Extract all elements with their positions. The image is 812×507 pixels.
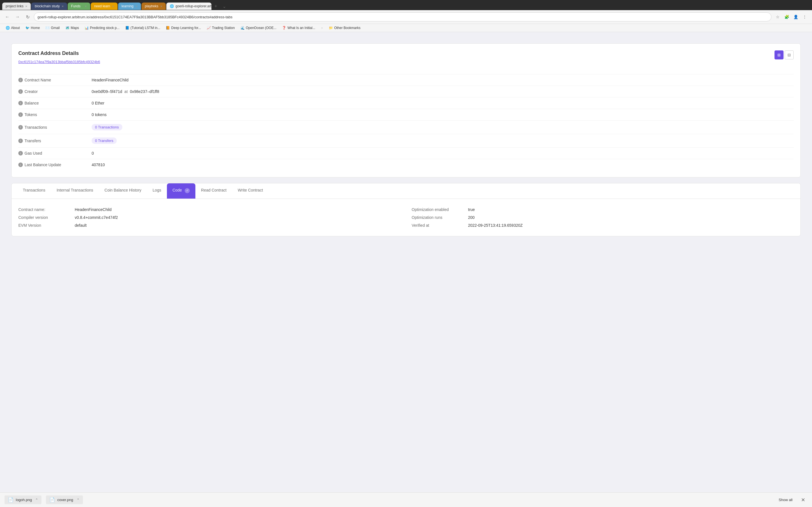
bookmark-predicting[interactable]: 📊 Predicting stock p... bbox=[82, 25, 122, 31]
contract-name-label: i Contract Name bbox=[18, 78, 92, 82]
transactions-badge[interactable]: 0 Transactions bbox=[92, 124, 122, 130]
bookmark-label: About bbox=[11, 26, 20, 30]
bookmark-tutorial-lstm[interactable]: 📘 (Tutorial) LSTM in... bbox=[123, 25, 163, 31]
info-icon: i bbox=[18, 112, 23, 117]
creator-label: i Creator bbox=[18, 89, 92, 94]
balance-label: i Balance bbox=[18, 101, 92, 105]
tab-close-icon[interactable]: ✕ bbox=[61, 5, 64, 8]
profile-button[interactable]: 👤 bbox=[792, 13, 800, 21]
tab-learning[interactable]: learning ✕ bbox=[118, 3, 141, 10]
tab-close-icon[interactable]: ✕ bbox=[85, 5, 87, 8]
tab-read-contract[interactable]: Read Contract bbox=[195, 183, 232, 199]
tab-code-checkmark: ✓ bbox=[185, 188, 190, 193]
download-chevron-icon[interactable]: ⌃ bbox=[35, 498, 38, 502]
tab-playtreks[interactable]: playtreks ✕ bbox=[142, 3, 166, 10]
download-bar-right: Show all ✕ bbox=[776, 496, 808, 504]
tab-label: Funds bbox=[71, 4, 80, 8]
tab-coin-balance-history[interactable]: Coin Balance History bbox=[99, 183, 147, 199]
bookmark-other[interactable]: 📁 Other Bookmarks bbox=[326, 25, 363, 31]
transfers-badge[interactable]: 0 Transfers bbox=[92, 137, 117, 144]
list-view-button[interactable]: ⊟ bbox=[784, 50, 794, 59]
tab-menu-button[interactable]: ⌄ bbox=[220, 2, 229, 10]
tab-close-icon[interactable]: ✕ bbox=[160, 5, 162, 8]
tab-write-contract[interactable]: Write Contract bbox=[232, 183, 268, 199]
transactions-row: i Transactions 0 Transactions bbox=[18, 120, 794, 134]
at-separator: at bbox=[124, 89, 128, 94]
creator-address-link[interactable]: 0xe0df09–5f471d bbox=[92, 89, 122, 94]
extensions-button[interactable]: 🧩 bbox=[783, 13, 791, 21]
transactions-label: i Transactions bbox=[18, 125, 92, 129]
forward-button[interactable]: → bbox=[13, 13, 21, 21]
back-button[interactable]: ← bbox=[3, 13, 11, 21]
verified-at-value: 2022-09-25T13:41:19.659320Z bbox=[468, 223, 523, 228]
new-tab-button[interactable]: + bbox=[212, 2, 220, 10]
bookmark-openocean[interactable]: 🌊 OpenOcean (OOE... bbox=[238, 25, 279, 31]
bookmark-deep-learning[interactable]: 📙 Deep Learning for... bbox=[163, 25, 203, 31]
bookmark-icon: 🗺️ bbox=[65, 26, 70, 30]
bookmark-separator: » bbox=[319, 26, 325, 30]
bookmark-gmail[interactable]: ✉️ Gmail bbox=[43, 25, 62, 31]
bookmark-label: Maps bbox=[71, 26, 79, 30]
tokens-label: i Tokens bbox=[18, 112, 92, 117]
tab-label: playtreks bbox=[145, 4, 158, 8]
bookmark-icon: 📊 bbox=[85, 26, 89, 30]
info-icon: i bbox=[18, 163, 23, 167]
browser-chrome: project links ✕ blockchain study ✕ Funds… bbox=[0, 0, 812, 32]
tab-logs[interactable]: Logs bbox=[147, 183, 167, 199]
bookmark-home[interactable]: 🐦 Home bbox=[23, 25, 42, 31]
show-all-button[interactable]: Show all bbox=[776, 496, 795, 504]
gas-used-value: 0 bbox=[92, 151, 94, 156]
bookmark-icon: 📈 bbox=[207, 26, 211, 30]
contract-name-row: i Contract Name HeadenFinanceChild bbox=[18, 74, 794, 86]
gas-used-label: i Gas Used bbox=[18, 151, 92, 156]
download-logoh[interactable]: 📄 logoh.png ⌃ bbox=[4, 496, 42, 504]
creator-tx-link[interactable]: 0x98e237–df1ff8 bbox=[130, 89, 159, 94]
grid-view-button[interactable]: ⊞ bbox=[774, 50, 783, 59]
bookmark-icon: 📘 bbox=[125, 26, 130, 30]
url-bar[interactable] bbox=[34, 12, 771, 21]
tab-internal-transactions[interactable]: Internal Transactions bbox=[51, 183, 99, 199]
gas-used-row: i Gas Used 0 bbox=[18, 147, 794, 159]
optimization-runs-value: 200 bbox=[468, 215, 474, 220]
bookmark-icon: 🐦 bbox=[26, 26, 30, 30]
tab-need-learn[interactable]: need learn ✕ bbox=[91, 3, 117, 10]
download-file-icon: 📄 bbox=[8, 497, 13, 503]
bookmark-label: Predicting stock p... bbox=[90, 26, 119, 30]
code-grid: Contract name: HeadenFinanceChild Compil… bbox=[18, 206, 794, 229]
tab-close-icon[interactable]: ✕ bbox=[135, 5, 138, 8]
tab-bar: project links ✕ blockchain study ✕ Funds… bbox=[0, 0, 812, 10]
bookmark-star-button[interactable]: ☆ bbox=[774, 13, 781, 21]
last-balance-update-label: i Last Balance Update bbox=[18, 163, 92, 167]
contract-address-link[interactable]: 0xc6151c174ea7f9a3013bbaf5bb3185bfc49324… bbox=[18, 60, 100, 64]
transfers-value: 0 Transfers bbox=[92, 137, 117, 144]
tab-transactions[interactable]: Transactions bbox=[17, 183, 51, 199]
reload-button[interactable]: ↻ bbox=[24, 13, 32, 21]
bookmark-about[interactable]: 🌐 About bbox=[3, 25, 22, 31]
tab-funds[interactable]: Funds ✕ bbox=[68, 3, 90, 10]
bookmark-trading-station[interactable]: 📈 Trading Station bbox=[204, 25, 237, 31]
contract-details-card: Contract Address Details 0xc6151c174ea7f… bbox=[11, 43, 801, 177]
bookmark-icon: ✉️ bbox=[45, 26, 50, 30]
tab-active[interactable]: 🌐 goerli-rollup-explorer.arb... ✕ bbox=[166, 3, 211, 10]
tab-code[interactable]: Code ✓ bbox=[167, 183, 195, 199]
last-balance-link[interactable]: 407810 bbox=[92, 163, 105, 167]
menu-button[interactable]: ⋮ bbox=[801, 13, 809, 21]
last-balance-update-row: i Last Balance Update 407810 bbox=[18, 159, 794, 170]
tab-project-links[interactable]: project links ✕ bbox=[2, 3, 31, 10]
tab-blockchain-study[interactable]: blockchain study ✕ bbox=[31, 3, 67, 10]
close-download-bar-button[interactable]: ✕ bbox=[799, 496, 808, 504]
download-cover[interactable]: 📄 cover.png ⌃ bbox=[46, 496, 83, 504]
info-icon: i bbox=[18, 138, 23, 143]
download-chevron-icon[interactable]: ⌃ bbox=[77, 498, 80, 502]
contract-name-code-row: Contract name: HeadenFinanceChild bbox=[18, 206, 400, 214]
tab-close-icon[interactable]: ✕ bbox=[112, 5, 114, 8]
transfers-label: i Transfers bbox=[18, 138, 92, 143]
bookmark-label: OpenOcean (OOE... bbox=[246, 26, 276, 30]
bookmark-what-is[interactable]: ❓ What Is an Initial... bbox=[280, 25, 317, 31]
contract-name-code-value: HeadenFinanceChild bbox=[75, 207, 112, 212]
nav-icons: ☆ 🧩 👤 ⋮ bbox=[774, 13, 809, 21]
tab-close-icon[interactable]: ✕ bbox=[25, 5, 28, 8]
bookmark-maps[interactable]: 🗺️ Maps bbox=[63, 25, 81, 31]
download-file-icon: 📄 bbox=[49, 497, 55, 503]
download-logoh-label: logoh.png bbox=[16, 498, 32, 502]
